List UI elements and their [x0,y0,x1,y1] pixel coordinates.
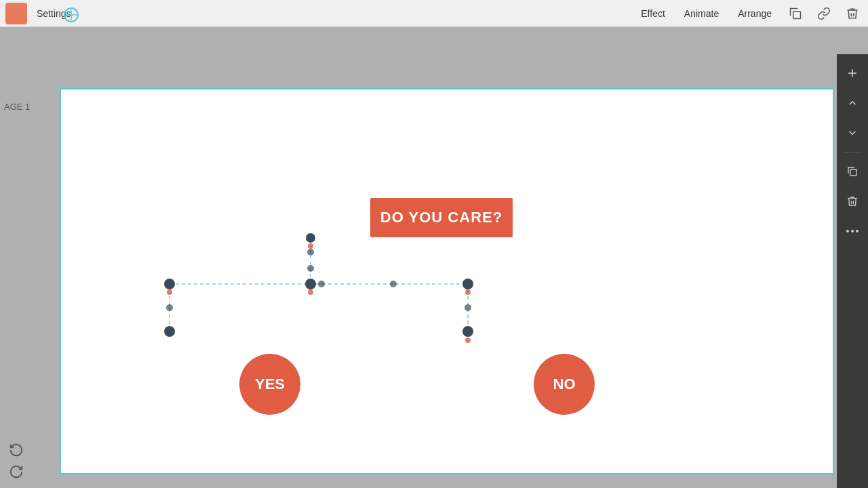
right-sidebar [837,54,868,488]
app-icon[interactable] [5,3,27,24]
arrange-button[interactable]: Arrange [735,5,774,22]
svg-point-13 [308,243,313,249]
svg-point-5 [306,233,315,243]
svg-rect-0 [793,11,801,18]
svg-point-25 [846,230,849,232]
connections-svg [61,89,833,473]
svg-point-19 [465,304,471,311]
svg-point-16 [465,289,471,295]
yes-text: YES [255,375,285,393]
more-options-button[interactable] [840,219,865,243]
topbar: Settings Effect Animate Arrange [0,0,868,27]
question-box[interactable]: DO YOU CARE? [370,198,513,237]
yes-circle[interactable]: YES [239,354,300,415]
svg-point-12 [462,279,473,289]
svg-point-21 [465,338,471,343]
bottom-left-controls [7,441,26,481]
svg-point-9 [318,281,325,287]
duplicate-button[interactable] [840,159,865,184]
svg-point-26 [851,230,854,232]
animate-button[interactable]: Animate [682,5,722,22]
svg-point-14 [308,289,313,295]
question-text: DO YOU CARE? [380,209,502,226]
slide-canvas[interactable]: DO YOU CARE? YES NO [60,88,834,474]
topbar-left: Settings [0,3,77,24]
topbar-right: Effect Animate Arrange [638,5,868,22]
svg-point-7 [307,265,314,272]
move-down-button[interactable] [840,121,865,145]
undo-button[interactable] [7,441,26,460]
add-element-button[interactable] [840,61,865,85]
svg-point-10 [305,279,316,289]
redo-button[interactable] [7,462,26,481]
svg-rect-24 [850,169,856,176]
move-up-button[interactable] [840,91,865,115]
link-icon[interactable] [816,6,831,21]
settings-button[interactable]: Settings [31,5,77,22]
svg-point-27 [856,230,859,232]
svg-point-11 [390,281,397,287]
svg-point-15 [167,289,172,295]
svg-point-8 [164,279,175,289]
no-circle[interactable]: NO [534,354,595,415]
svg-point-6 [307,249,314,256]
svg-point-20 [462,326,473,337]
canvas-area: AGE 1 [0,27,868,488]
sidebar-delete-button[interactable] [840,189,865,214]
copy-icon[interactable] [788,6,803,21]
effect-button[interactable]: Effect [638,5,668,22]
page-label: AGE 1 [0,100,34,113]
no-text: NO [553,375,576,393]
sidebar-divider [843,152,862,152]
delete-icon[interactable] [845,6,860,21]
svg-point-18 [164,326,175,337]
svg-point-17 [166,304,173,311]
